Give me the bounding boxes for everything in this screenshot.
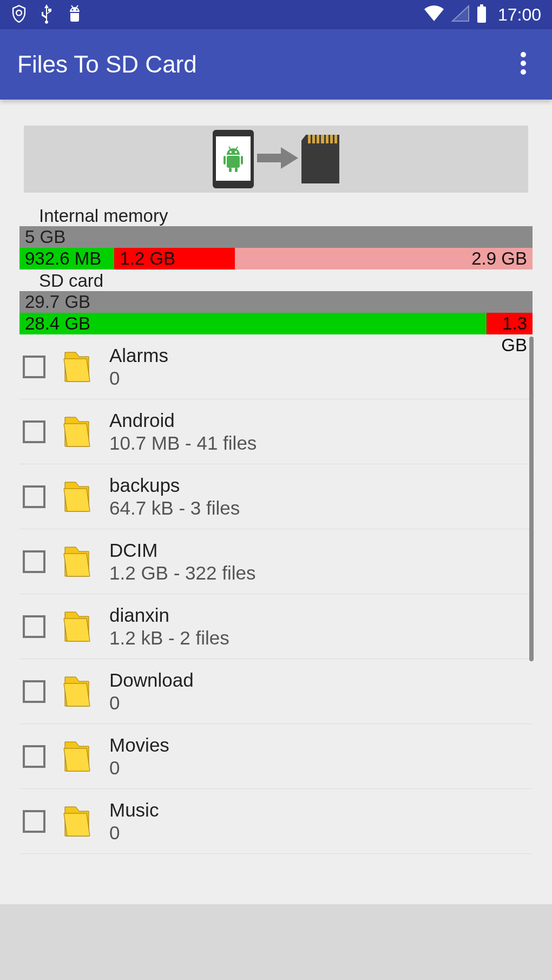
sd-card-icon bbox=[301, 135, 339, 183]
file-desc: 0 bbox=[109, 367, 533, 390]
svg-point-2 bbox=[76, 9, 78, 11]
svg-point-16 bbox=[235, 151, 237, 153]
bottom-ad-area bbox=[0, 904, 552, 980]
arrow-right-icon bbox=[256, 144, 299, 174]
file-checkbox[interactable] bbox=[23, 485, 45, 508]
svg-point-9 bbox=[521, 69, 526, 75]
svg-rect-19 bbox=[257, 154, 281, 162]
file-checkbox[interactable] bbox=[23, 420, 45, 443]
file-name: DCIM bbox=[109, 539, 533, 562]
file-checkbox[interactable] bbox=[23, 550, 45, 573]
usb-icon bbox=[40, 3, 53, 26]
folder-icon bbox=[63, 413, 93, 451]
internal-red-segment: 1.2 GB bbox=[114, 248, 235, 269]
file-desc: 10.7 MB - 41 files bbox=[109, 432, 533, 455]
battery-icon bbox=[476, 4, 487, 25]
status-bar: 17:00 bbox=[0, 0, 552, 29]
sd-total-bar: 29.7 GB bbox=[19, 291, 533, 313]
file-name: Movies bbox=[109, 734, 533, 757]
sd-usage-bar: 28.4 GB 1.3 GB bbox=[19, 313, 533, 334]
svg-line-4 bbox=[76, 5, 78, 8]
file-name: Alarms bbox=[109, 344, 533, 367]
internal-memory-label: Internal memory bbox=[19, 206, 533, 226]
file-desc: 64.7 kB - 3 files bbox=[109, 497, 533, 519]
folder-icon bbox=[63, 673, 93, 711]
file-checkbox[interactable] bbox=[23, 810, 45, 833]
svg-point-8 bbox=[521, 61, 526, 66]
status-time: 17:00 bbox=[498, 5, 541, 25]
file-desc: 1.2 GB - 322 files bbox=[109, 562, 533, 584]
svg-rect-12 bbox=[241, 156, 243, 165]
file-desc: 1.2 kB - 2 files bbox=[109, 627, 533, 649]
sd-green-segment: 28.4 GB bbox=[19, 313, 487, 334]
transfer-banner[interactable] bbox=[24, 126, 528, 193]
folder-icon bbox=[63, 478, 93, 516]
svg-point-0 bbox=[16, 10, 22, 16]
file-desc: 0 bbox=[109, 692, 533, 714]
file-row[interactable]: Android 10.7 MB - 41 files bbox=[19, 399, 533, 464]
svg-rect-10 bbox=[227, 156, 240, 168]
file-row[interactable]: dianxin 1.2 kB - 2 files bbox=[19, 594, 533, 659]
file-checkbox[interactable] bbox=[23, 615, 45, 638]
file-name: Music bbox=[109, 799, 533, 821]
folder-icon bbox=[63, 738, 93, 775]
folder-icon bbox=[63, 543, 93, 581]
svg-rect-13 bbox=[229, 168, 232, 172]
sd-card-label: SD card bbox=[19, 271, 533, 291]
svg-point-15 bbox=[229, 151, 232, 153]
app-title: Files To SD Card bbox=[17, 51, 197, 78]
svg-point-1 bbox=[72, 9, 74, 11]
app-bar: Files To SD Card bbox=[0, 29, 552, 100]
svg-line-18 bbox=[236, 147, 238, 149]
svg-point-7 bbox=[521, 52, 526, 57]
file-row[interactable]: Music 0 bbox=[19, 789, 533, 854]
phone-icon bbox=[213, 130, 254, 188]
wifi-icon bbox=[423, 5, 445, 24]
file-row[interactable]: Alarms 0 bbox=[19, 334, 533, 399]
file-desc: 0 bbox=[109, 821, 533, 844]
shield-icon bbox=[11, 4, 27, 25]
overflow-menu-button[interactable] bbox=[512, 43, 535, 85]
file-name: Download bbox=[109, 669, 533, 692]
internal-free-segment: 2.9 GB bbox=[235, 248, 533, 269]
svg-line-17 bbox=[229, 147, 231, 149]
file-row[interactable]: DCIM 1.2 GB - 322 files bbox=[19, 529, 533, 594]
scrollbar[interactable] bbox=[529, 337, 534, 661]
file-row[interactable]: backups 64.7 kB - 3 files bbox=[19, 464, 533, 529]
file-checkbox[interactable] bbox=[23, 745, 45, 768]
file-name: Android bbox=[109, 409, 533, 432]
file-name: dianxin bbox=[109, 604, 533, 627]
svg-rect-6 bbox=[480, 4, 483, 7]
file-row[interactable]: Movies 0 bbox=[19, 724, 533, 789]
file-checkbox[interactable] bbox=[23, 680, 45, 703]
main-content: Internal memory 5 GB 932.6 MB 1.2 GB 2.9… bbox=[0, 126, 552, 854]
internal-total-bar: 5 GB bbox=[19, 226, 533, 248]
folder-icon bbox=[63, 803, 93, 840]
folder-icon bbox=[63, 608, 93, 646]
cell-signal-icon bbox=[451, 5, 470, 24]
file-desc: 0 bbox=[109, 757, 533, 779]
file-list: Alarms 0 Android 10.7 MB - 41 files back… bbox=[19, 334, 533, 854]
file-row[interactable]: Download 0 bbox=[19, 659, 533, 724]
svg-rect-5 bbox=[477, 6, 486, 23]
svg-line-3 bbox=[71, 5, 73, 8]
file-name: backups bbox=[109, 474, 533, 497]
sd-red-segment: 1.3 GB bbox=[487, 313, 533, 334]
folder-icon bbox=[63, 348, 93, 386]
internal-green-segment: 932.6 MB bbox=[19, 248, 114, 269]
svg-rect-14 bbox=[235, 168, 238, 172]
internal-usage-bar: 932.6 MB 1.2 GB 2.9 GB bbox=[19, 248, 533, 269]
android-debug-icon bbox=[66, 4, 83, 25]
svg-rect-11 bbox=[224, 156, 226, 165]
file-checkbox[interactable] bbox=[23, 356, 45, 378]
